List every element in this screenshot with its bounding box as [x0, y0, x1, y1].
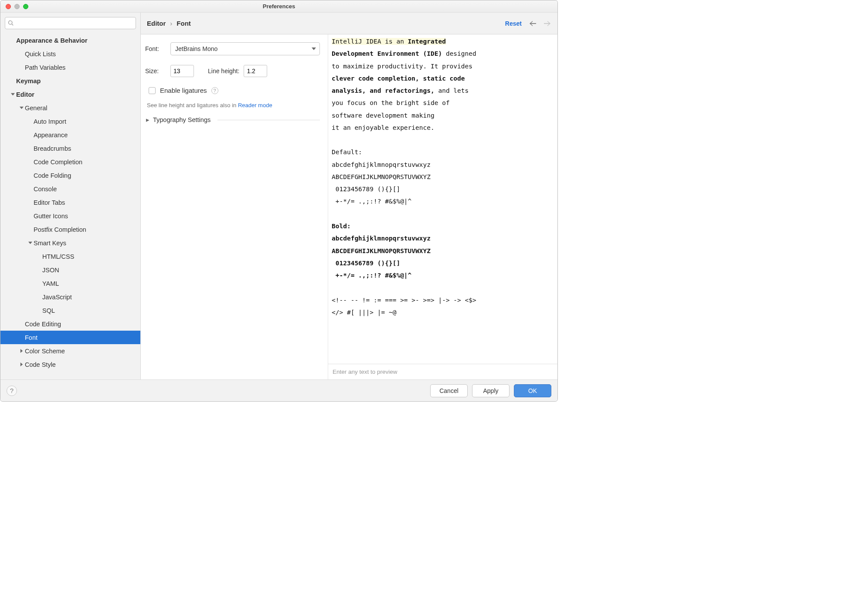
tree-item[interactable]: General [0, 101, 140, 115]
settings-tree: Appearance & BehaviorQuick ListsPath Var… [0, 34, 140, 379]
tree-item[interactable]: Smart Keys [0, 236, 140, 250]
tree-item-label: Code Editing [25, 321, 61, 328]
tree-item-label: General [25, 105, 48, 112]
tree-item[interactable]: Color Scheme [0, 344, 140, 358]
tree-item[interactable]: JSON [0, 263, 140, 277]
lineheight-input[interactable] [244, 65, 267, 77]
font-dropdown[interactable]: JetBrains Mono [170, 42, 320, 55]
tree-item[interactable]: Appearance & Behavior [0, 34, 140, 47]
tree-item-label: Code Completion [34, 159, 82, 166]
tree-item[interactable]: Code Completion [0, 155, 140, 169]
dialog-footer: ? Cancel Apply OK [0, 379, 557, 401]
tree-item-label: Auto Import [34, 118, 66, 125]
tree-item[interactable]: Code Folding [0, 169, 140, 182]
nav-back-button[interactable] [529, 20, 537, 27]
sidebar: Appearance & BehaviorQuick ListsPath Var… [0, 13, 141, 379]
ligatures-checkbox[interactable] [149, 87, 156, 94]
help-icon[interactable]: ? [211, 87, 218, 94]
search-field[interactable] [5, 17, 136, 29]
tree-arrow-icon [18, 106, 25, 110]
tree-item[interactable]: JavaScript [0, 290, 140, 304]
tree-item-label: Keymap [16, 78, 41, 85]
tree-item[interactable]: Gutter Icons [0, 209, 140, 223]
font-settings-pane: Font: JetBrains Mono Size: Line height: … [141, 34, 328, 379]
tree-item-label: Code Folding [34, 172, 71, 179]
cancel-button[interactable]: Cancel [430, 384, 468, 397]
tree-item[interactable]: Font [0, 331, 140, 344]
tree-item-label: Font [25, 334, 37, 341]
font-preview[interactable]: IntelliJ IDEA is an Integrated Developme… [328, 34, 557, 364]
titlebar: Preferences [0, 0, 557, 13]
help-button[interactable]: ? [7, 386, 17, 396]
maximize-window-button[interactable] [23, 4, 28, 9]
font-label: Font: [145, 45, 166, 52]
nav-forward-button[interactable] [543, 20, 551, 27]
ligatures-label: Enable ligatures [160, 87, 207, 94]
breadcrumb: Editor › Font [147, 20, 191, 27]
tree-item[interactable]: HTML/CSS [0, 250, 140, 263]
tree-item[interactable]: Path Variables [0, 61, 140, 74]
hint-text: See line height and ligatures also in Re… [147, 102, 320, 108]
tree-item-label: YAML [42, 280, 59, 287]
typography-settings-label: Typography Settings [153, 116, 211, 123]
svg-rect-1 [544, 23, 550, 24]
reset-link[interactable]: Reset [505, 20, 522, 27]
tree-item[interactable]: Keymap [0, 74, 140, 88]
tree-item-label: Smart Keys [34, 240, 66, 247]
preview-input-hint[interactable]: Enter any text to preview [328, 364, 557, 379]
tree-item[interactable]: Appearance [0, 128, 140, 142]
window-controls [0, 4, 28, 9]
tree-item-label: Path Variables [25, 64, 65, 71]
tree-item[interactable]: Code Editing [0, 317, 140, 331]
tree-item-label: Editor [16, 91, 34, 98]
tree-item-label: Appearance [34, 132, 68, 139]
ok-button[interactable]: OK [514, 384, 551, 397]
close-window-button[interactable] [6, 4, 11, 9]
tree-item-label: HTML/CSS [42, 253, 74, 260]
tree-item[interactable]: YAML [0, 277, 140, 290]
tree-item[interactable]: Breadcrumbs [0, 142, 140, 155]
typography-settings-toggle[interactable]: ▸ Typography Settings [146, 116, 320, 123]
tree-item-label: JavaScript [42, 294, 72, 301]
tree-item-label: Breadcrumbs [34, 145, 71, 152]
tree-item-label: Console [34, 186, 57, 193]
chevron-right-icon: › [170, 20, 172, 27]
minimize-window-button[interactable] [14, 4, 20, 9]
size-label: Size: [145, 68, 166, 74]
lineheight-label: Line height: [208, 68, 239, 74]
tree-item-label: JSON [42, 267, 59, 274]
triangle-right-icon: ▸ [146, 116, 149, 123]
window-title: Preferences [263, 3, 295, 10]
main-panel: Editor › Font Reset Font: Je [141, 13, 557, 379]
breadcrumb-parent: Editor [147, 20, 166, 27]
tree-arrow-icon [18, 362, 25, 366]
tree-item-label: Quick Lists [25, 51, 56, 58]
tree-item[interactable]: Quick Lists [0, 47, 140, 61]
tree-item-label: Appearance & Behavior [16, 37, 88, 44]
reader-mode-link[interactable]: Reader mode [238, 102, 272, 108]
tree-item[interactable]: Postfix Completion [0, 223, 140, 236]
tree-item-label: Postfix Completion [34, 226, 86, 233]
search-input[interactable] [14, 20, 133, 27]
tree-item[interactable]: Code Style [0, 358, 140, 371]
font-preview-pane: IntelliJ IDEA is an Integrated Developme… [328, 34, 557, 379]
search-icon [8, 20, 14, 26]
tree-item-label: SQL [42, 307, 55, 314]
tree-item[interactable]: Editor Tabs [0, 196, 140, 209]
tree-item[interactable]: Editor [0, 88, 140, 101]
font-dropdown-value: JetBrains Mono [175, 45, 217, 52]
tree-item[interactable]: SQL [0, 304, 140, 317]
main-header: Editor › Font Reset [141, 13, 557, 34]
tree-item-label: Gutter Icons [34, 213, 68, 220]
apply-button[interactable]: Apply [472, 384, 510, 397]
tree-item[interactable]: Console [0, 182, 140, 196]
breadcrumb-current: Font [177, 20, 190, 27]
tree-arrow-icon [9, 92, 16, 96]
tree-item-label: Editor Tabs [34, 199, 65, 206]
tree-item[interactable]: Auto Import [0, 115, 140, 128]
tree-arrow-icon [27, 241, 34, 245]
tree-item-label: Code Style [25, 361, 56, 368]
tree-item-label: Color Scheme [25, 348, 65, 355]
chevron-down-icon [312, 47, 316, 50]
size-input[interactable] [170, 65, 194, 77]
